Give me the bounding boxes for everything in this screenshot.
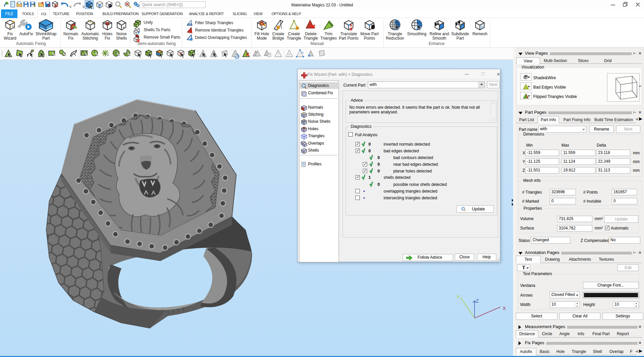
svg-text:★: ★ [9, 24, 12, 28]
svg-text:X: X [503, 306, 506, 311]
svg-text:★: ★ [12, 19, 15, 23]
svg-text:Y: Y [456, 294, 460, 300]
svg-text:Z: Z [476, 298, 479, 304]
